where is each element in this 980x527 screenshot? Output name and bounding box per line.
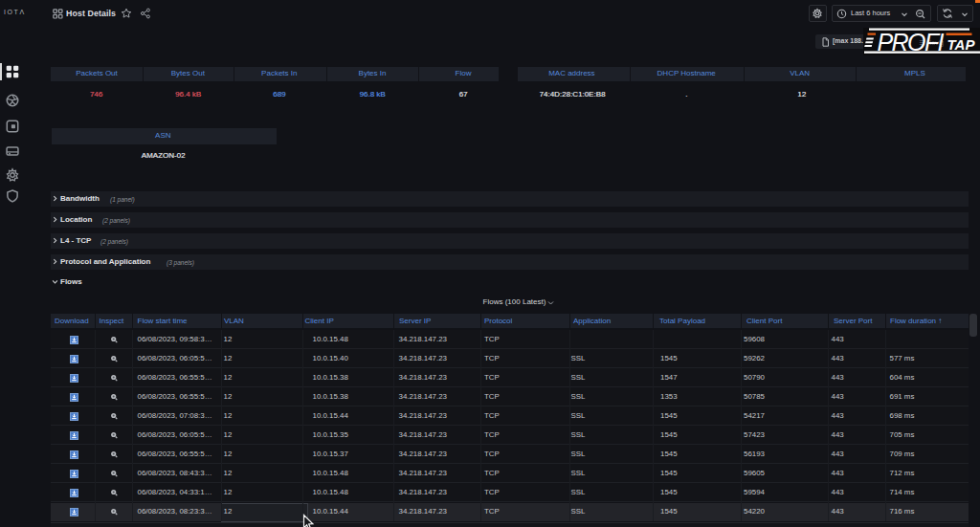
svg-text:PROFI: PROFI [878, 29, 945, 55]
svg-text:TAP: TAP [947, 36, 976, 53]
